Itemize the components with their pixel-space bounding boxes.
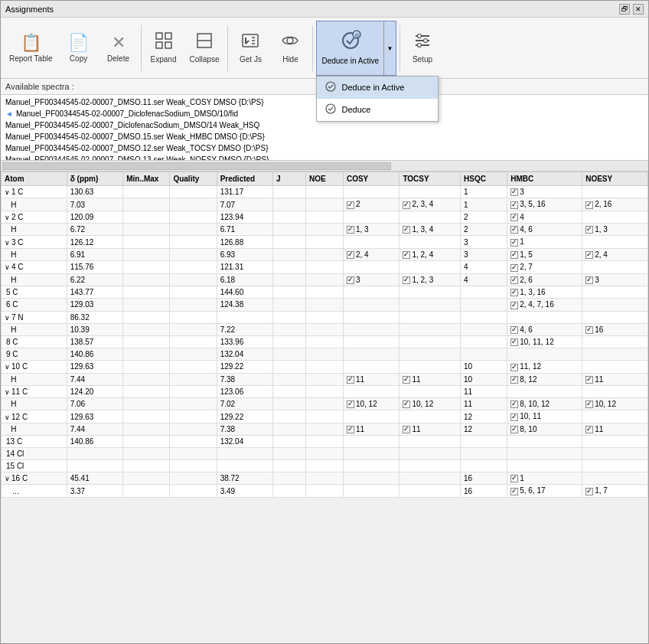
atom-cell: ∨4 C <box>2 261 67 273</box>
table-row[interactable]: 6 C129.03124.38✓2, 4, 7, 16 <box>2 299 648 311</box>
table-row[interactable]: 5 C143.77144.60✓1, 3, 16 <box>2 286 648 298</box>
table-row[interactable]: H6.916.93✓2, 4✓1, 2, 43✓1, 5✓2, 4 <box>2 248 648 260</box>
tocsy-cell <box>400 335 461 348</box>
col-minmax: Min..Max <box>123 172 170 186</box>
copy-label: Copy <box>70 54 87 64</box>
hmbc-cell: ✓1, 5 <box>507 248 582 260</box>
table-row[interactable]: ∨11 C124.20123.0611 <box>2 386 648 398</box>
j-cell <box>273 299 306 311</box>
table-row[interactable]: H7.447.38✓11✓1110✓8, 12✓11 <box>2 373 648 385</box>
noe-cell <box>305 311 343 323</box>
copy-button[interactable]: 📄 Copy <box>60 21 98 76</box>
cosy-cell: ✓2, 4 <box>343 248 399 260</box>
table-row[interactable]: 13 C140.86132.04 <box>2 436 648 448</box>
noesy-cell <box>582 436 648 448</box>
predicted-cell: 6.71 <box>217 224 272 236</box>
col-quality: Quality <box>170 172 217 186</box>
spectra-item-text: Manuel_PF00344545-02-00007_DMSO.12.ser W… <box>5 144 269 152</box>
table-row[interactable]: H6.726.71✓1, 3✓1, 3, 42✓4, 6✓1, 3 <box>2 224 648 236</box>
cosy-cell <box>343 335 399 348</box>
deduce-main-button[interactable]: ⚙ Deduce in Active <box>317 21 383 75</box>
j-cell <box>273 472 306 485</box>
j-cell <box>273 261 306 273</box>
hmbc-cell <box>507 448 582 460</box>
col-atom: Atom <box>2 172 67 186</box>
minmax-cell <box>123 198 170 211</box>
table-row[interactable]: ∨4 C115.76121.314✓2, 7 <box>2 261 648 273</box>
j-cell <box>273 311 306 323</box>
deduce-dropdown-menu: Deduce in Active Deduce <box>316 76 439 122</box>
table-row[interactable]: H6.226.18✓3✓1, 2, 34✓2, 6✓3 <box>2 273 648 286</box>
predicted-cell: 144.60 <box>217 286 272 298</box>
hmbc-cell: ✓3 <box>507 186 582 198</box>
cosy-cell <box>343 323 399 335</box>
restore-button[interactable]: 🗗 <box>619 4 630 15</box>
table-row[interactable]: ∨3 C126.12126.883✓1 <box>2 236 648 248</box>
deduce-item[interactable]: Deduce <box>317 99 438 121</box>
get-js-button[interactable]: Get Js <box>231 21 269 76</box>
list-item[interactable]: Manuel_PF00344545-02-00007_DMSO.12.ser W… <box>1 142 648 154</box>
report-table-button[interactable]: 📋 Report Table <box>4 21 58 76</box>
predicted-cell <box>217 460 272 472</box>
table-scroll-area[interactable]: Atom δ (ppm) Min..Max Quality Predicted … <box>1 172 648 643</box>
atom-cell: ∨16 C <box>2 472 67 485</box>
minmax-cell <box>123 373 170 385</box>
predicted-cell: 123.06 <box>217 386 272 398</box>
hide-icon <box>281 31 299 54</box>
svg-point-12 <box>287 38 293 44</box>
table-row[interactable]: ∨12 C129.63129.2212✓10, 11 <box>2 410 648 423</box>
tocsy-cell <box>400 448 461 460</box>
hide-button[interactable]: Hide <box>271 21 309 76</box>
setup-button[interactable]: Setup <box>403 21 442 76</box>
table-row[interactable]: ∨2 C120.09123.942✓4 <box>2 211 648 223</box>
table-row[interactable]: ∨7 N86.32 <box>2 311 648 323</box>
deduce-in-active-item[interactable]: Deduce in Active <box>317 77 438 99</box>
cosy-cell <box>343 299 399 311</box>
hsqc-cell: 1 <box>461 186 507 198</box>
atom-cell: H <box>2 198 67 211</box>
close-button[interactable]: ✕ <box>633 4 644 15</box>
j-cell <box>273 198 306 211</box>
hmbc-cell: ✓4, 6 <box>507 323 582 335</box>
list-item[interactable]: Manuel_PF00344545-02-00007_DMSO.15.ser W… <box>1 131 648 142</box>
table-row[interactable]: 14 Cl <box>2 448 648 460</box>
list-item[interactable]: Manuel_PF00344545-02-00007_DMSO.13.ser W… <box>1 154 648 160</box>
minmax-cell <box>123 261 170 273</box>
table-row[interactable]: ∨1 C130.63131.171✓3 <box>2 186 648 198</box>
tocsy-cell <box>400 386 461 398</box>
hsqc-cell: 4 <box>461 261 507 273</box>
table-row[interactable]: ∨16 C45.4138.7216✓1 <box>2 472 648 485</box>
table-row[interactable]: H10.397.22✓4, 6✓16 <box>2 323 648 335</box>
table-row[interactable]: 15 Cl <box>2 460 648 472</box>
collapse-button[interactable]: Collapse <box>184 21 225 76</box>
j-cell <box>273 248 306 260</box>
j-cell <box>273 423 306 435</box>
table-row[interactable]: 8 C138.57133.96✓10, 11, 12 <box>2 335 648 348</box>
atom-cell: ∨11 C <box>2 386 67 398</box>
predicted-cell: 131.17 <box>217 186 272 198</box>
tocsy-cell <box>400 472 461 485</box>
noe-cell <box>305 436 343 448</box>
table-row[interactable]: ∨10 C129.63129.2210✓11, 12 <box>2 361 648 373</box>
deduce-dropdown-arrow[interactable]: ▼ <box>383 21 396 77</box>
table-row[interactable]: H7.447.38✓11✓1112✓8, 10✓11 <box>2 423 648 435</box>
svg-rect-2 <box>156 42 162 48</box>
quality-cell <box>170 373 217 385</box>
hmbc-cell: ✓8, 10 <box>507 423 582 435</box>
hmbc-cell: ✓8, 12 <box>507 373 582 385</box>
atom-cell: H <box>2 273 67 286</box>
j-cell <box>273 448 306 460</box>
spectra-scrollbar-h[interactable] <box>1 160 648 171</box>
noe-cell <box>305 198 343 211</box>
table-row[interactable]: H7.067.02✓10, 12✓10, 1211✓8, 10, 12✓10, … <box>2 398 648 410</box>
delete-button[interactable]: ✕ Delete <box>99 21 138 76</box>
hmbc-cell: ✓5, 6, 17 <box>507 485 582 497</box>
table-row[interactable]: ... 3.373.4916✓5, 6, 17✓1, 7 <box>2 485 648 497</box>
quality-cell <box>170 348 217 361</box>
table-row[interactable]: H7.037.07✓2✓2, 3, 41✓3, 5, 16✓2, 16 <box>2 198 648 211</box>
noesy-cell: ✓3 <box>582 273 648 286</box>
hsqc-cell <box>461 335 507 348</box>
expand-button[interactable]: Expand <box>145 21 183 76</box>
table-row[interactable]: 9 C140.86132.04 <box>2 348 648 361</box>
spectra-item-text: Manuel_PF00344545-02-00007_DiclofenacSod… <box>16 110 238 118</box>
